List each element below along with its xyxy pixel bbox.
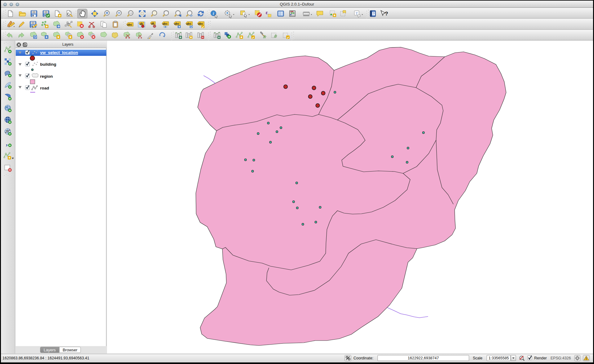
svg-text:,: , xyxy=(6,139,8,147)
svg-text:region: region xyxy=(40,74,53,79)
svg-text:vw_select_location: vw_select_location xyxy=(40,50,78,55)
svg-text:road: road xyxy=(40,86,49,90)
svg-text:building: building xyxy=(40,62,56,67)
